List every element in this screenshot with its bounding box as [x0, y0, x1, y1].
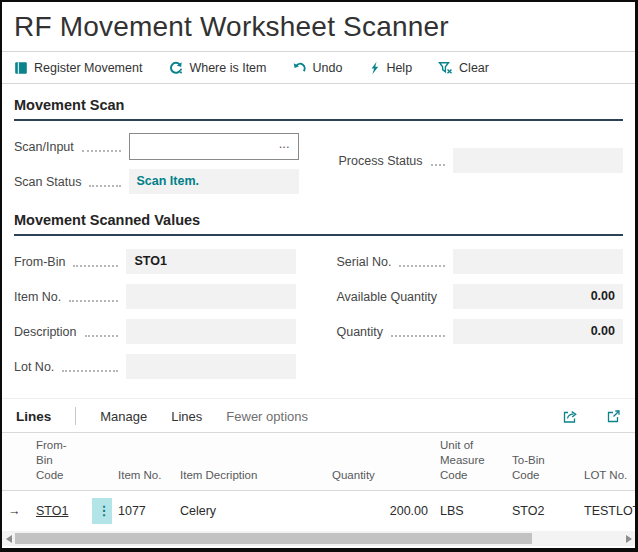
where-is-item-label: Where is Item [189, 61, 266, 75]
scan-status-field: Scan Status Scan Item. [14, 164, 299, 199]
uom-code-cell: LBS [434, 490, 506, 531]
from-bin-code-cell: STO1 [30, 490, 86, 531]
journal-icon [14, 61, 28, 75]
from-bin-label: From-Bin [14, 255, 65, 269]
movement-scan-section: Movement Scan Scan/Input ... Scan Status… [2, 97, 635, 199]
scroll-left-arrow[interactable] [2, 531, 15, 546]
dot-leader [69, 300, 118, 302]
movement-scan-title: Movement Scan [14, 97, 623, 121]
app-window: RF Movement Worksheet Scanner Register M… [0, 0, 638, 552]
table-row: → STO1 ⋮ 1077 Celery 200.00 LBS STO2 TES… [2, 490, 635, 531]
clear-filter-icon [438, 61, 453, 75]
lines-table: From-Bin Code Item No. Item Decription Q… [2, 432, 635, 532]
clear-label: Clear [459, 61, 489, 75]
scan-input-field: Scan/Input ... [14, 129, 299, 164]
dot-leader [73, 265, 118, 267]
lot-no-value [126, 354, 296, 379]
scanned-values-section: Movement Scanned Values From-Bin STO1 It… [2, 212, 635, 384]
item-no-field: Item No. [14, 279, 296, 314]
register-movement-label: Register Movement [34, 61, 142, 75]
quantity-field: Quantity 0.00 [336, 314, 623, 349]
quantity-label: Quantity [336, 325, 383, 339]
undo-arrow-icon [292, 61, 306, 75]
row-marker-column-header [2, 433, 30, 491]
uom-code-column-header: Unit of Measure Code [434, 433, 506, 491]
serial-no-label: Serial No. [336, 255, 391, 269]
serial-no-field: Serial No. [336, 244, 623, 279]
lot-no-column-header: LOT No. [578, 433, 635, 491]
scan-input-wrap: ... [129, 133, 299, 160]
item-no-value [126, 284, 296, 309]
manage-menu-item[interactable]: Manage [100, 409, 147, 424]
movement-scan-left-column: Scan/Input ... Scan Status Scan Item. [14, 129, 299, 199]
vertical-separator [75, 407, 76, 425]
from-bin-value: STO1 [126, 249, 296, 274]
available-quantity-field: Available Quantity 0.00 [336, 279, 623, 314]
lot-no-field: Lot No. [14, 349, 296, 384]
scanned-values-right-column: Serial No. Available Quantity 0.00 Quant… [336, 244, 623, 384]
expand-icon[interactable] [606, 409, 621, 424]
item-description-cell: Celery [174, 490, 326, 531]
scan-status-value: Scan Item. [129, 169, 299, 194]
process-status-field: Process Status [339, 143, 624, 178]
fewer-options-menu-item[interactable]: Fewer options [226, 409, 308, 424]
dot-leader [62, 370, 118, 372]
clear-button[interactable]: Clear [438, 61, 489, 75]
dot-leader [399, 265, 445, 267]
scan-status-label: Scan Status [14, 175, 81, 189]
dot-leader [82, 150, 121, 152]
row-options-button[interactable]: ⋮ [92, 498, 112, 524]
horizontal-scrollbar [2, 531, 635, 546]
help-label: Help [386, 61, 412, 75]
undo-button[interactable]: Undo [292, 61, 342, 75]
to-bin-code-column-header: To-Bin Code [506, 433, 578, 491]
quantity-value: 0.00 [453, 319, 623, 344]
description-field: Description [14, 314, 296, 349]
lines-header-band: Lines Manage Lines Fewer options [2, 398, 635, 432]
available-quantity-value: 0.00 [453, 284, 623, 309]
lot-no-cell: TESTLOT01 [578, 490, 635, 531]
dot-leader [391, 335, 445, 337]
register-movement-button[interactable]: Register Movement [14, 61, 142, 75]
table-header-row: From-Bin Code Item No. Item Decription Q… [2, 433, 635, 491]
from-bin-field: From-Bin STO1 [14, 244, 296, 279]
scanned-values-left-column: From-Bin STO1 Item No. Description Lot N… [14, 244, 296, 384]
to-bin-code-cell: STO2 [506, 490, 578, 531]
scan-input[interactable] [138, 140, 275, 154]
row-options-cell: ⋮ [86, 490, 112, 531]
scrollbar-thumb[interactable] [15, 533, 532, 544]
action-toolbar: Register Movement Where is Item Undo Hel… [2, 52, 635, 83]
undo-label: Undo [312, 61, 342, 75]
scroll-right-arrow[interactable] [622, 531, 635, 546]
where-is-item-button[interactable]: Where is Item [168, 61, 266, 75]
process-status-value [453, 148, 623, 173]
help-button[interactable]: Help [368, 61, 412, 75]
scanned-values-title: Movement Scanned Values [14, 212, 623, 236]
lines-tab[interactable]: Lines [16, 409, 51, 424]
row-options-column-header [86, 433, 112, 491]
scan-input-label: Scan/Input [14, 140, 74, 154]
available-quantity-label: Available Quantity [336, 290, 437, 304]
from-bin-code-link[interactable]: STO1 [36, 504, 68, 518]
item-no-cell: 1077 [112, 490, 174, 531]
item-no-column-header: Item No. [112, 433, 174, 491]
lightning-icon [368, 61, 380, 75]
description-label: Description [14, 325, 77, 339]
process-status-label: Process Status [339, 154, 423, 168]
serial-no-value [453, 249, 623, 274]
share-icon[interactable] [562, 409, 578, 424]
dot-leader [85, 335, 119, 337]
dot-leader [89, 185, 120, 187]
item-description-column-header: Item Decription [174, 433, 326, 491]
page-title: RF Movement Worksheet Scanner [2, 2, 635, 51]
divider [2, 83, 635, 84]
locate-refresh-icon [168, 61, 183, 75]
active-row-marker: → [2, 490, 30, 531]
dot-leader [431, 164, 445, 166]
quantity-cell: 200.00 [326, 490, 434, 531]
lot-no-label: Lot No. [14, 360, 54, 374]
description-value [126, 319, 296, 344]
lines-menu-item[interactable]: Lines [171, 409, 202, 424]
quantity-column-header: Quantity [326, 433, 434, 491]
lookup-ellipsis-button[interactable]: ... [275, 137, 294, 156]
